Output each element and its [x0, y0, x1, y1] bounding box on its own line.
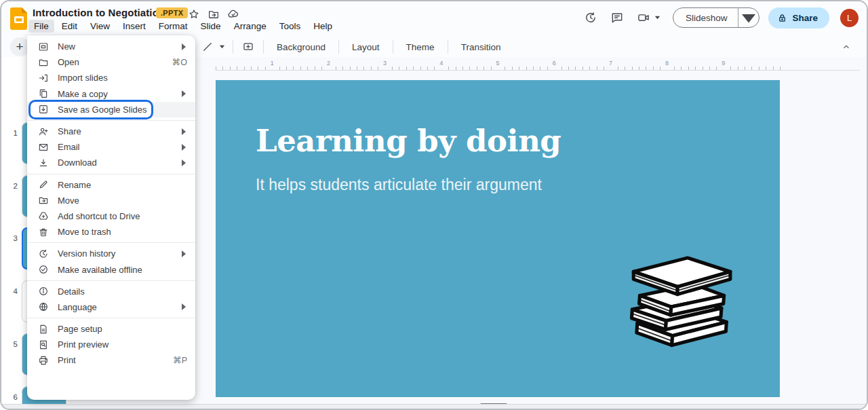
- slideshow-button[interactable]: Slideshow: [673, 8, 738, 27]
- avatar[interactable]: L: [840, 9, 859, 27]
- header-right-controls: Slideshow Share L: [582, 7, 859, 29]
- file-menu-item-print-preview[interactable]: Print preview: [27, 337, 195, 352]
- document-title[interactable]: Introduction to Negotiation: [33, 7, 165, 18]
- file-menu-item-print[interactable]: Print ⌘P: [27, 352, 195, 368]
- toolbar-items: Background Layout Theme Transition: [199, 37, 507, 56]
- slides-logo-icon[interactable]: [10, 7, 28, 30]
- insert-comment-icon[interactable]: [240, 39, 256, 55]
- file-menu-item-rename[interactable]: Rename: [27, 177, 195, 193]
- slide-canvas[interactable]: Learning by doing It helps students arti…: [216, 80, 780, 397]
- ruler-tick: [716, 67, 717, 70]
- toolbar-separator: [393, 40, 393, 54]
- menu-separator: [27, 318, 195, 318]
- slide-number: 5: [5, 340, 18, 348]
- ruler-tick: [307, 67, 308, 70]
- version-history-icon: [37, 248, 49, 259]
- ruler-tick: [751, 67, 752, 70]
- ruler-tick: [237, 67, 237, 70]
- slide-subtitle-text[interactable]: It helps students articulate their argum…: [256, 176, 542, 194]
- folder-move-icon[interactable]: [207, 7, 220, 20]
- collapse-toolbar-button[interactable]: [838, 39, 854, 55]
- file-menu-item-label: Version history: [58, 248, 172, 259]
- file-menu-item-share[interactable]: Share: [27, 124, 195, 139]
- file-menu-item-save-as-google-slides[interactable]: Save as Google Slides: [27, 102, 195, 117]
- ruler-number: 2: [323, 60, 333, 67]
- share-button[interactable]: Share: [768, 7, 829, 29]
- file-menu-item-move-to-trash[interactable]: Move to trash: [27, 224, 195, 240]
- menu-view[interactable]: View: [85, 20, 115, 33]
- ruler-tick: [321, 67, 322, 70]
- menu-slide[interactable]: Slide: [195, 20, 226, 33]
- menu-help[interactable]: Help: [308, 20, 338, 33]
- ruler-tick: [258, 67, 258, 70]
- printer-icon: [37, 354, 49, 366]
- star-icon[interactable]: [187, 7, 200, 20]
- toolbar-separator: [233, 40, 233, 54]
- ruler-tick: [392, 67, 393, 70]
- ruler-number: 3: [380, 60, 390, 67]
- file-menu-item-label: Open: [58, 57, 163, 67]
- ruler-tick: [216, 67, 216, 70]
- ruler-tick: [604, 67, 604, 70]
- slideshow-dropdown-button[interactable]: [738, 8, 759, 27]
- ruler-tick: [469, 67, 470, 70]
- ruler-tick: [293, 67, 294, 70]
- ruler-tick: [547, 67, 548, 70]
- menu-file[interactable]: File: [28, 20, 54, 33]
- google-slides-window: Introduction to Negotiation .PPTX FileEd…: [0, 0, 868, 410]
- file-menu-item-email[interactable]: Email: [27, 139, 195, 155]
- ruler-tick: [589, 67, 590, 70]
- comment-icon[interactable]: [608, 9, 626, 26]
- ruler-tick: [456, 67, 456, 70]
- file-menu-item-move[interactable]: Move: [27, 193, 195, 208]
- ruler-tick: [462, 67, 463, 70]
- new-slide-button[interactable]: +: [10, 37, 29, 56]
- doc-action-icons: [187, 7, 239, 20]
- file-menu-item-details[interactable]: Details: [27, 284, 195, 299]
- submenu-arrow-icon: [180, 90, 187, 97]
- meet-camera-control[interactable]: [635, 9, 661, 26]
- file-menu-item-make-available-offline[interactable]: Make available offline: [27, 261, 195, 277]
- print-preview-icon: [37, 339, 49, 350]
- toolbar-button-layout[interactable]: Layout: [346, 39, 386, 56]
- file-menu-item-add-shortcut-to-drive[interactable]: Add shortcut to Drive: [27, 208, 195, 224]
- ruler-tick: [336, 67, 336, 70]
- menu-format[interactable]: Format: [153, 20, 193, 33]
- file-menu-item-label: Email: [58, 142, 172, 152]
- books-illustration[interactable]: [618, 242, 738, 357]
- toolbar-button-background[interactable]: Background: [271, 39, 332, 56]
- menu-tools[interactable]: Tools: [274, 20, 307, 33]
- cloud-check-icon[interactable]: [226, 7, 239, 20]
- line-tool-icon[interactable]: [199, 39, 216, 55]
- slide-number: 6: [5, 393, 18, 401]
- submenu-arrow-icon: [180, 160, 187, 166]
- file-menu-item-version-history[interactable]: Version history: [27, 246, 195, 261]
- toolbar-separator: [263, 40, 264, 54]
- ruler-tick: [780, 67, 781, 70]
- version-history-icon[interactable]: [582, 9, 599, 26]
- slide-title-text[interactable]: Learning by doing: [256, 123, 561, 159]
- ruler-tick: [695, 67, 696, 70]
- toolbar-button-transition[interactable]: Transition: [455, 39, 507, 56]
- file-menu-item-label: Language: [58, 302, 172, 312]
- ruler-tick: [265, 67, 266, 70]
- file-menu-item-language[interactable]: Language: [27, 299, 195, 315]
- ruler-tick: [618, 67, 618, 70]
- file-menu-item-open[interactable]: Open ⌘O: [27, 54, 195, 70]
- menu-arrange[interactable]: Arrange: [229, 20, 272, 33]
- slide-number: 4: [5, 287, 18, 295]
- line-tool-caret-icon[interactable]: [218, 41, 226, 53]
- file-menu-item-new[interactable]: New: [27, 39, 195, 54]
- file-menu-item-page-setup[interactable]: Page setup: [27, 321, 195, 337]
- toolbar-button-theme[interactable]: Theme: [400, 39, 441, 56]
- menu-edit[interactable]: Edit: [56, 20, 83, 33]
- submenu-arrow-icon: [180, 43, 187, 50]
- ruler-tick: [363, 67, 364, 70]
- ruler-tick: [745, 67, 745, 70]
- menu-insert[interactable]: Insert: [117, 20, 151, 33]
- file-menu-item-download[interactable]: Download: [27, 155, 195, 170]
- menu-separator: [27, 242, 195, 243]
- menubar: FileEditViewInsertFormatSlideArrangeTool…: [28, 20, 338, 33]
- ruler-number: 8: [663, 60, 672, 67]
- file-menu-item-import-slides[interactable]: Import slides: [27, 70, 195, 86]
